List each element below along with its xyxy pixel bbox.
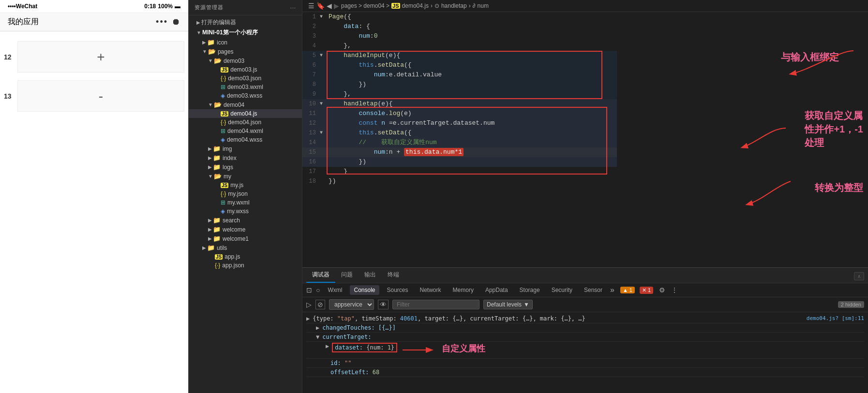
line-num-12: 12	[302, 118, 320, 128]
tab-terminal[interactable]: 终端	[382, 268, 405, 283]
console-link-1[interactable]: demo04.js? [sm]:11	[807, 315, 864, 321]
file-app-json[interactable]: {·} app.json	[189, 261, 302, 270]
chevron-down-icon4: ▼	[208, 102, 213, 107]
wxml-icon3: ⊞	[221, 199, 225, 206]
service-select[interactable]: appservice	[329, 299, 374, 310]
line-arrow-1: ▼	[320, 12, 327, 22]
folder-search[interactable]: ▶ 📁 search	[189, 216, 302, 225]
file-demo03-wxml-label: demo03.wxml	[227, 84, 263, 90]
file-demo03-wxss[interactable]: ◈ demo03.wxss	[189, 91, 302, 100]
line-num-2: 2	[302, 22, 320, 31]
filter-input[interactable]	[392, 300, 479, 309]
phone-record-icon[interactable]: ⏺	[172, 17, 180, 27]
tab-wxml[interactable]: Wxml	[324, 285, 346, 295]
tab-debugger[interactable]: 调试器	[306, 268, 335, 283]
folder-utils[interactable]: ▶ 📁 utils	[189, 243, 302, 252]
minus-button[interactable]: -	[99, 88, 103, 104]
console-block-icon[interactable]: ⊘	[315, 300, 325, 309]
devtools-icon-circle[interactable]: ○	[316, 286, 320, 294]
phone-nav-bar: 我的应用 ••• ⏺	[0, 13, 188, 31]
folder-icon-label: icon	[217, 39, 227, 46]
explorer-menu-icon[interactable]: ···	[290, 5, 296, 11]
wxss-icon2: ◈	[221, 136, 225, 143]
file-demo04-wxml[interactable]: ⊞ demo04.wxml	[189, 127, 302, 135]
tab-security[interactable]: Security	[548, 285, 576, 295]
collapse-panel-icon[interactable]: ∧	[854, 272, 864, 280]
project-item[interactable]: ▼ MINI-01第一个小程序	[189, 28, 302, 38]
folder-img[interactable]: ▶ 📁 img	[189, 144, 302, 153]
tab-problems[interactable]: 问题	[335, 268, 359, 283]
file-my-js[interactable]: JS my.js	[189, 181, 302, 189]
file-demo03-json-label: demo03.json	[228, 75, 261, 82]
folder-icon[interactable]: ▶ 📁 icon	[189, 38, 302, 47]
file-demo03-json[interactable]: {·} demo03.json	[189, 74, 302, 83]
folder-demo04-symbol: 📂	[214, 101, 222, 108]
more-icon[interactable]: ⋮	[671, 286, 678, 294]
tab-console[interactable]: Console	[350, 285, 379, 295]
console-expand-changed[interactable]: ▶	[316, 324, 319, 331]
phone-content: 12 + 13 -	[0, 31, 188, 393]
breadcrumb-forward[interactable]: ▶	[334, 2, 339, 10]
file-my-json[interactable]: {·} my.json	[189, 189, 302, 198]
phone-plus-btn-container[interactable]: +	[17, 41, 184, 73]
phone-time: 0:18	[144, 3, 156, 10]
eye-icon[interactable]: 👁	[378, 300, 389, 309]
plus-button[interactable]: +	[97, 49, 105, 65]
file-app-js[interactable]: JS app.js	[189, 252, 302, 261]
console-id-text: id: ""	[330, 360, 351, 366]
file-demo03-js-label: demo03.js	[230, 66, 257, 73]
console-expand-current[interactable]: ▼	[316, 334, 319, 340]
tab-memory[interactable]: Memory	[449, 285, 478, 295]
tab-output[interactable]: 输出	[359, 268, 382, 283]
breadcrumb-bookmark: 🔖	[316, 2, 325, 10]
file-my-wxml[interactable]: ⊞ my.wxml	[189, 198, 302, 207]
code-editor[interactable]: 1 ▼ Page({ 2 data: { 3 num:0	[302, 12, 617, 267]
file-demo03-js[interactable]: JS demo03.js	[189, 65, 302, 74]
tab-storage[interactable]: Storage	[516, 285, 544, 295]
default-levels-select[interactable]: Default levels ▼	[483, 300, 533, 309]
line-num-9: 9	[302, 89, 320, 99]
arrow-custom-attr	[733, 123, 791, 152]
folder-logs[interactable]: ▶ 📁 logs	[189, 162, 302, 172]
file-my-wxss[interactable]: ◈ my.wxss	[189, 207, 302, 216]
open-editors-item[interactable]: ▶ 打开的编辑器	[189, 17, 302, 28]
folder-my[interactable]: ▼ 📂 my	[189, 172, 302, 181]
phone-minus-btn-container[interactable]: -	[17, 80, 184, 112]
phone-nav-icons[interactable]: ••• ⏺	[156, 17, 180, 27]
file-demo03-wxml[interactable]: ⊞ demo03.wxml	[189, 83, 302, 91]
console-expand-dataset[interactable]: ▶	[326, 343, 329, 349]
folder-welcome[interactable]: ▶ 📁 welcome	[189, 225, 302, 234]
tab-network[interactable]: Network	[416, 285, 445, 295]
file-demo04-js[interactable]: JS demo04.js	[189, 109, 302, 118]
devtools-icon-inspect[interactable]: ⊡	[306, 286, 312, 294]
error-badge: ✕ 1	[640, 287, 653, 294]
folder-pages[interactable]: ▼ 📂 pages	[189, 47, 302, 56]
tab-appdata[interactable]: AppData	[481, 285, 512, 295]
console-offset-text: offsetLeft: 68	[330, 369, 379, 376]
tab-sources[interactable]: Sources	[383, 285, 412, 295]
settings-icon[interactable]: ⚙	[659, 286, 665, 294]
json-icon4: {·}	[215, 262, 220, 269]
tab-sensor[interactable]: Sensor	[580, 285, 606, 295]
folder-welcome1[interactable]: ▶ 📁 welcome1	[189, 234, 302, 243]
file-demo04-json[interactable]: {·} demo04.json	[189, 118, 302, 127]
code-line-9: 9 },	[302, 89, 617, 99]
arrow-convert-int	[737, 176, 795, 210]
collapse-icon[interactable]: ∧	[854, 271, 864, 280]
file-demo04-wxss[interactable]: ◈ demo04.wxss	[189, 135, 302, 144]
breadcrumb-back[interactable]: ◀	[327, 2, 332, 10]
folder-demo03-label: demo03	[224, 58, 244, 64]
more-tabs-icon[interactable]: »	[610, 286, 614, 294]
console-run-icon[interactable]: ▷	[306, 301, 312, 308]
folder-demo03[interactable]: ▼ 📂 demo03	[189, 56, 302, 65]
code-line-4: 4 },	[302, 41, 617, 51]
chevron-right-icon9: ▶	[202, 245, 206, 250]
code-line-14: 14 // 获取自定义属性num	[302, 138, 617, 147]
console-expand-tap[interactable]: ▶	[306, 315, 310, 322]
folder-index[interactable]: ▶ 📁 index	[189, 153, 302, 162]
devtools-tabs-bar: ⊡ ○ Wxml Console Sources Network Memory …	[302, 283, 868, 297]
phone-menu-icon[interactable]: •••	[156, 17, 168, 27]
explorer-title: 资源管理器	[195, 4, 224, 11]
code-line-18: 18 })	[302, 176, 617, 186]
folder-demo04[interactable]: ▼ 📂 demo04	[189, 100, 302, 109]
